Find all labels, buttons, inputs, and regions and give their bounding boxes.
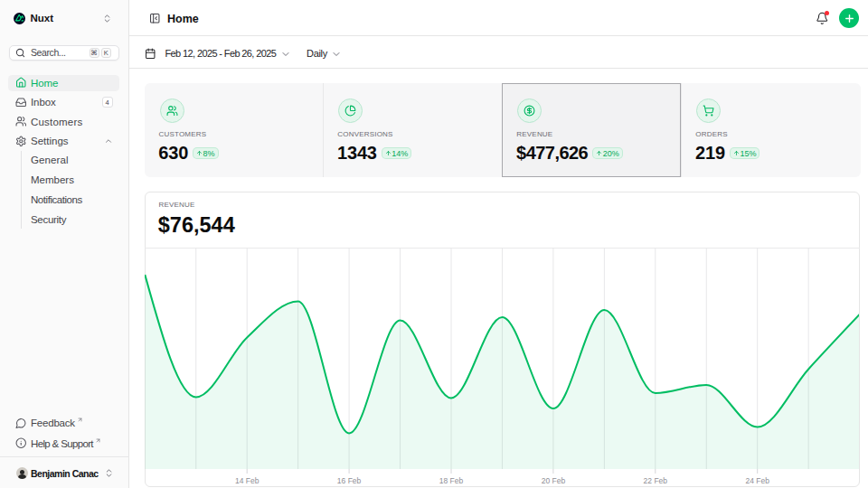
svg-text:24 Feb: 24 Feb [745, 476, 769, 485]
svg-text:16 Feb: 16 Feb [336, 476, 361, 485]
svg-text:18 Feb: 18 Feb [439, 476, 463, 485]
svg-text:14 Feb: 14 Feb [234, 476, 259, 485]
svg-text:20 Feb: 20 Feb [541, 476, 565, 485]
svg-text:22 Feb: 22 Feb [643, 476, 667, 485]
